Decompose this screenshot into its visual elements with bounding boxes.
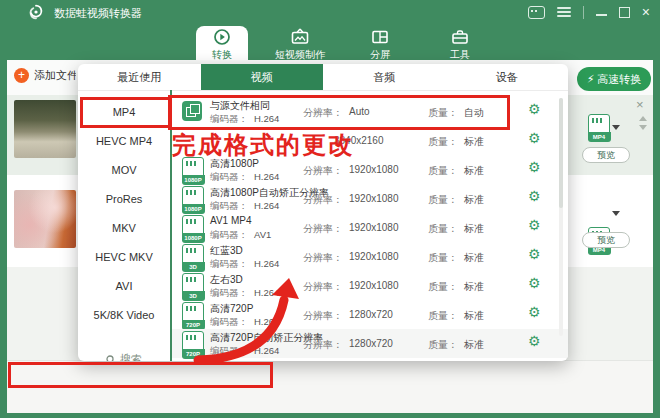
move-up-icon[interactable] (639, 116, 647, 121)
format-preset-row[interactable]: 1080PAV1 MP4编码器：AV1分辨率：1920x1080质量：标准⚙ (172, 213, 568, 242)
preset-resolution: 分辨率：1920x1080 (303, 222, 399, 236)
preset-resolution: 分辨率：1920x1080 (303, 280, 399, 294)
add-files-button[interactable]: + 添加文件 (14, 68, 76, 83)
format-preset-row[interactable]: 3840x2160质量：标准⚙ (172, 126, 568, 155)
preset-encoder: 编码器：H.264 (210, 287, 279, 300)
sidebar-format-mov[interactable]: MOV (78, 156, 170, 185)
nav-tab-4[interactable]: 工具 (432, 26, 488, 60)
resolution-label: 分辨率： (303, 309, 343, 323)
quality-value: 标准 (464, 193, 484, 207)
preview-button-1[interactable]: 预览 (582, 147, 630, 163)
settings-gear-icon[interactable]: ⚙ (528, 101, 541, 117)
settings-gear-icon[interactable]: ⚙ (528, 304, 541, 320)
format-preset-row[interactable]: 1080P高清1080P编码器：H.264分辨率：1920x1080质量：标准⚙ (172, 155, 568, 184)
format-preset-row[interactable]: 720P高清720P编码器：H.264分辨率：1280x720质量：标准⚙ (172, 300, 568, 329)
film-strip-icon (186, 335, 197, 340)
format-dropdown-caret-1[interactable] (612, 125, 620, 130)
video-thumbnail-2[interactable] (14, 190, 76, 248)
encoder-label: 编码器： (210, 316, 248, 329)
format-preset-row[interactable]: 3D左右3D编码器：H.264分辨率：1920x1080质量：标准⚙ (172, 271, 568, 300)
settings-gear-icon[interactable]: ⚙ (528, 246, 541, 262)
scrollbar-thumb[interactable] (559, 98, 563, 208)
settings-gear-icon[interactable]: ⚙ (528, 159, 541, 175)
preview-label: 预览 (597, 234, 615, 247)
format-preset-row[interactable]: 3D红蓝3D编码器：H.264分辨率：1920x1080质量：标准⚙ (172, 242, 568, 271)
sidebar-format-mkv[interactable]: MKV (78, 214, 170, 243)
settings-gear-icon[interactable]: ⚙ (528, 188, 541, 204)
encoder-value: H.264 (254, 171, 279, 184)
preset-resolution: 3840x2160 (334, 135, 384, 146)
format-preset-row[interactable]: 720P高清720P自动矫正分辨率编码器：H.264分辨率：1280x720质量… (172, 329, 568, 358)
quality-label: 质量： (428, 338, 458, 352)
settings-gear-icon[interactable]: ⚙ (528, 130, 541, 146)
settings-gear-icon[interactable]: ⚙ (528, 217, 541, 233)
preset-quality: 质量：标准 (428, 222, 484, 236)
preset-encoder: 编码器：H.264 (210, 316, 279, 329)
quality-label: 质量： (428, 309, 458, 323)
sidebar-format-mp4[interactable]: MP4 (78, 98, 170, 127)
add-files-label: 添加文件 (34, 68, 76, 83)
format-category-tab-4[interactable]: 设备 (446, 64, 569, 90)
encoder-label: 编码器： (210, 171, 248, 184)
format-category-tab-2[interactable]: 视频 (201, 64, 324, 90)
nav-tab-3[interactable]: 分屏 (352, 26, 408, 60)
maximize-icon[interactable] (619, 7, 630, 18)
film-strip-icon (186, 277, 197, 282)
preview-button-2[interactable]: 预览 (582, 232, 630, 248)
format-preset-row[interactable]: 与源文件相同编码器：H.264分辨率：Auto质量：自动⚙ (172, 97, 568, 126)
preset-quality: 质量：标准 (428, 280, 484, 294)
preset-resolution: 分辨率：1920x1080 (303, 193, 399, 207)
format-badge-label: 720P (182, 320, 205, 330)
format-dropdown-caret-2[interactable] (612, 211, 620, 216)
encoder-label: 编码器： (210, 345, 248, 358)
sidebar-format-hevc-mkv[interactable]: HEVC MKV (78, 243, 170, 272)
preset-title: 高清720P (210, 302, 253, 316)
preset-resolution: 分辨率：1920x1080 (303, 251, 399, 265)
minimize-icon[interactable] (596, 14, 607, 16)
video-thumbnail-1[interactable] (14, 100, 76, 158)
output-format-badge-1[interactable]: MP4 (588, 114, 610, 141)
remove-file-icon[interactable]: × (636, 99, 644, 111)
settings-gear-icon[interactable]: ⚙ (528, 275, 541, 291)
search-button[interactable]: 搜索 (78, 352, 170, 361)
sidebar-format-prores[interactable]: ProRes (78, 185, 170, 214)
resolution-value: 1920x1080 (349, 251, 399, 265)
encoder-value: H.264 (254, 316, 279, 329)
film-strip-icon (186, 190, 197, 195)
quality-label: 质量： (428, 106, 458, 120)
quality-label: 质量： (428, 135, 458, 149)
move-down-icon[interactable] (639, 125, 647, 130)
settings-gear-icon[interactable]: ⚙ (528, 333, 541, 349)
preset-resolution: 分辨率：Auto (303, 106, 370, 120)
split-screen-icon (370, 27, 390, 47)
same-as-source-icon (182, 101, 202, 121)
sidebar-format-5k-8k-video[interactable]: 5K/8K Video (78, 301, 170, 330)
quality-label: 质量： (428, 280, 458, 294)
feedback-icon[interactable] (528, 6, 545, 19)
quality-label: 质量： (428, 193, 458, 207)
format-category-tab-3[interactable]: 音频 (323, 64, 446, 90)
format-category-tabs: 最近使用视频音频设备 (78, 64, 568, 91)
nav-tab-2[interactable]: 短视频制作 (268, 26, 332, 60)
preset-encoder: 编码器：H.264 (210, 345, 279, 358)
resolution-value: 3840x2160 (334, 135, 384, 146)
quality-value: 标准 (464, 280, 484, 294)
close-icon[interactable]: × (642, 5, 650, 19)
nav-tab-1[interactable]: 转换 (196, 26, 248, 60)
preset-quality: 质量：标准 (428, 164, 484, 178)
fast-convert-button[interactable]: ⚡ 高速转换 (577, 67, 651, 91)
menu-icon[interactable] (557, 7, 571, 17)
preset-quality: 质量：标准 (428, 338, 484, 352)
format-category-tab-1[interactable]: 最近使用 (78, 64, 201, 90)
sidebar-format-hevc-mp4[interactable]: HEVC MP4 (78, 127, 170, 156)
preset-title: 红蓝3D (210, 244, 243, 258)
format-preset-row[interactable]: 1080P高清1080P自动矫正分辨率编码器：H.264分辨率：1920x108… (172, 184, 568, 213)
sidebar-format-avi[interactable]: AVI (78, 272, 170, 301)
film-strip-icon (592, 118, 603, 123)
quality-value: 标准 (464, 338, 484, 352)
search-icon (106, 355, 116, 362)
window-title: 数据蛙视频转换器 (54, 6, 142, 21)
format-badge-label: 720P (182, 349, 205, 359)
video-file-icon: 3D (182, 244, 204, 271)
preset-resolution: 分辨率：1280x720 (303, 309, 393, 323)
